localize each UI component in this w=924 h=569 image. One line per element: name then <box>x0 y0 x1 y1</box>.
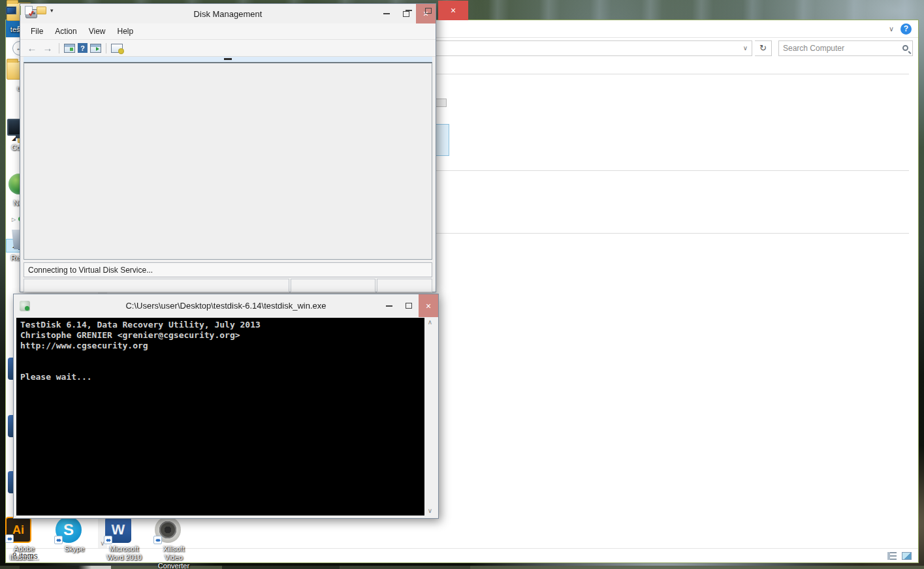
search-icon[interactable] <box>902 45 908 51</box>
show-console-tree-icon[interactable] <box>90 44 101 53</box>
window-title: C:\Users\user\Desktop\testdisk-6.14\test… <box>14 301 438 311</box>
desktop-icon-label: MicrosoftWord 2010 <box>105 545 143 562</box>
desktop-icon-label: AdobeIllustrat... <box>5 545 43 562</box>
disk-management-titlebar[interactable]: Disk Management × <box>20 4 436 23</box>
scroll-up-icon[interactable]: ∧ <box>428 318 432 327</box>
maximize-button[interactable] <box>419 1 438 20</box>
back-arrow-icon[interactable]: ← <box>25 42 39 54</box>
desktop-icon-xilisoft[interactable]: Xilisoft VideoConverter ... <box>155 517 193 569</box>
status-segment <box>291 279 375 292</box>
shortcut-arrow-icon <box>104 536 112 544</box>
window-title: Disk Management <box>20 9 436 19</box>
scroll-down-icon[interactable]: ∨ <box>428 506 432 515</box>
console-window-icon[interactable] <box>64 44 75 53</box>
panel-header-strip <box>24 57 432 62</box>
computer-icon[interactable] <box>6 7 16 14</box>
status-message: Connecting to Virtual Disk Service... <box>28 266 153 275</box>
console-output: TestDisk 6.14, Data Recovery Utility, Ju… <box>16 318 424 515</box>
disk-management-menubar: File Action View Help <box>20 23 436 40</box>
properties-icon[interactable] <box>25 6 33 15</box>
chevron-collapsed-icon[interactable]: ▷ <box>10 217 18 223</box>
console-line <box>20 351 421 361</box>
details-view-icon[interactable] <box>887 552 897 560</box>
menu-help[interactable]: Help <box>112 25 139 38</box>
menu-file[interactable]: File <box>25 25 48 38</box>
desktop-icon-adobe-illustrator[interactable]: Ai AdobeIllustrat... <box>5 517 43 562</box>
disk-management-window: Disk Management × File Action View Help … <box>20 3 436 292</box>
console-titlebar[interactable]: C:\Users\user\Desktop\testdisk-6.14\test… <box>14 294 438 317</box>
menu-view[interactable]: View <box>84 25 111 38</box>
desktop-icon-word[interactable]: W MicrosoftWord 2010 <box>105 517 143 562</box>
console-app-icon <box>20 301 30 311</box>
toolbar-separator <box>59 43 59 54</box>
shortcut-arrow-icon <box>54 536 63 544</box>
shortcut-arrow-icon <box>5 534 14 543</box>
console-line: TestDisk 6.14, Data Recovery Utility, Ju… <box>20 320 421 330</box>
close-button[interactable]: × <box>438 1 468 20</box>
testdisk-console-window: C:\Users\user\Desktop\testdisk-6.14\test… <box>13 294 439 519</box>
console-scrollbar[interactable]: ∧ ∨ <box>424 318 436 515</box>
desktop-icon-label: Skype <box>56 545 93 553</box>
desktop-icon-label: Xilisoft VideoConverter ... <box>155 545 193 569</box>
help-icon[interactable]: ? <box>900 23 912 35</box>
expand-ribbon-icon[interactable]: ∨ <box>889 25 894 33</box>
minimize-button[interactable] <box>399 1 419 20</box>
console-line <box>20 361 421 372</box>
search-input[interactable] <box>783 44 902 53</box>
new-folder-icon[interactable] <box>37 7 46 14</box>
quick-access-toolbar: ▾ <box>6 6 54 15</box>
film-reel-icon <box>155 517 181 543</box>
console-line: Christophe GRENIER <grenier@cgsecurity.o… <box>20 330 421 341</box>
disk-management-toolbar: ← → ? <box>20 40 436 57</box>
status-segment <box>377 279 432 292</box>
minimize-button[interactable] <box>377 4 396 23</box>
address-dropdown-icon[interactable]: ∨ <box>743 44 749 52</box>
minimize-button[interactable] <box>379 294 399 317</box>
maximize-button[interactable] <box>399 294 419 317</box>
toolbar-separator <box>106 43 106 54</box>
separator <box>20 6 21 15</box>
disk-management-content-area <box>24 62 432 260</box>
forward-arrow-icon[interactable]: → <box>41 42 54 54</box>
word-icon: W <box>105 517 131 543</box>
customize-qat-dropdown-icon[interactable]: ▾ <box>50 7 54 14</box>
thumbnail-view-icon[interactable] <box>902 552 912 560</box>
skype-icon: S <box>56 517 82 543</box>
taskbar-sliver <box>0 566 924 569</box>
console-line: Please wait... <box>20 372 421 382</box>
console-line: http://www.cgsecurity.org <box>20 341 421 351</box>
status-bar <box>24 279 432 292</box>
status-message-bar: Connecting to Virtual Disk Service... <box>24 262 432 277</box>
close-button[interactable]: × <box>419 294 438 317</box>
properties-gear-icon[interactable] <box>111 44 123 53</box>
desktop-icon-skype[interactable]: S Skype <box>56 517 93 553</box>
status-segment <box>24 279 289 292</box>
help-icon[interactable]: ? <box>78 43 88 53</box>
refresh-button[interactable]: ↻ <box>755 40 772 56</box>
splitter-handle[interactable] <box>224 58 232 60</box>
shortcut-arrow-icon <box>153 536 162 544</box>
search-box[interactable] <box>778 40 913 56</box>
illustrator-icon: Ai <box>5 517 31 543</box>
menu-action[interactable]: Action <box>50 25 82 38</box>
